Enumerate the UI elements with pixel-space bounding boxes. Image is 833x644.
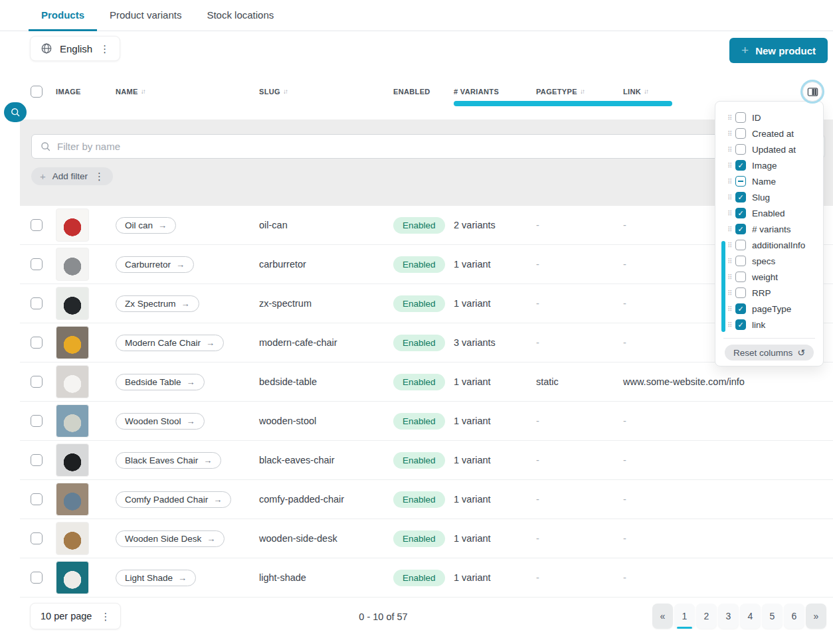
drag-handle-icon[interactable]: ⠿ (727, 242, 735, 249)
select-all-checkbox[interactable] (31, 86, 43, 98)
row-checkbox[interactable] (31, 376, 43, 388)
picker-checkbox[interactable] (735, 272, 746, 282)
sort-icon[interactable]: ↓↑ (644, 88, 648, 95)
drag-handle-icon[interactable]: ⠿ (727, 114, 735, 121)
tab[interactable]: Stock locations (194, 0, 286, 31)
product-name-link[interactable]: Zx Spectrum → (116, 295, 199, 312)
filter-menu-icon[interactable]: ⋮ (94, 171, 104, 181)
picker-item[interactable]: ⠿ RRP (715, 285, 823, 301)
picker-checkbox[interactable] (735, 224, 746, 234)
drag-handle-icon[interactable]: ⠿ (727, 146, 735, 153)
row-checkbox[interactable] (31, 415, 43, 427)
drag-handle-icon[interactable]: ⠿ (727, 162, 735, 169)
column-header[interactable]: IMAGE (56, 88, 116, 96)
product-name-link[interactable]: Carburretor → (116, 256, 194, 273)
add-filter-button[interactable]: + Add filter ⋮ (31, 167, 113, 185)
product-name-link[interactable]: Wooden Stool → (116, 413, 205, 430)
picker-checkbox[interactable] (735, 160, 746, 171)
row-checkbox[interactable] (31, 454, 43, 466)
page-button[interactable]: 4 (740, 604, 761, 629)
filter-by-name-input[interactable] (57, 141, 816, 152)
row-checkbox[interactable] (31, 258, 43, 270)
column-picker-button[interactable] (802, 82, 822, 102)
picker-checkbox[interactable] (735, 144, 746, 155)
tab[interactable]: Products (29, 0, 97, 31)
drag-handle-icon[interactable]: ⠿ (727, 130, 735, 137)
column-header[interactable]: LINK ↓↑ (623, 88, 833, 96)
variants-cell: 1 variant (454, 376, 536, 387)
picker-item[interactable]: ⠿ specs (715, 253, 823, 269)
product-name-link[interactable]: Light Shade → (116, 570, 196, 586)
page-button[interactable]: 5 (762, 604, 783, 629)
picker-checkbox[interactable] (735, 176, 746, 187)
product-name-link[interactable]: Oil can → (116, 217, 176, 234)
picker-item[interactable]: ⠿ Name (715, 173, 823, 189)
drag-handle-icon[interactable]: ⠿ (727, 194, 735, 201)
page-button[interactable]: 6 (784, 604, 804, 629)
picker-item[interactable]: ⠿ ID (715, 110, 823, 125)
column-header[interactable]: NAME ↓↑ (116, 88, 259, 96)
product-name-link[interactable]: Comfy Padded Chair → (116, 491, 231, 508)
product-name-link[interactable]: Wooden Side Desk → (116, 530, 225, 547)
picker-item[interactable]: ⠿ Created at (715, 125, 823, 141)
picker-checkbox[interactable] (735, 319, 746, 330)
row-checkbox[interactable] (31, 532, 43, 544)
sort-icon[interactable]: ↓↑ (580, 88, 584, 95)
language-menu-icon[interactable]: ⋮ (100, 44, 110, 54)
picker-checkbox[interactable] (735, 303, 746, 314)
picker-item[interactable]: ⠿ additionalInfo (715, 237, 823, 253)
product-name-link[interactable]: Black Eaves Chair → (116, 452, 221, 469)
tab[interactable]: Product variants (97, 0, 194, 31)
picker-checkbox[interactable] (735, 287, 746, 298)
row-checkbox[interactable] (31, 297, 43, 309)
picker-item[interactable]: ⠿ pageType (715, 301, 823, 317)
picker-checkbox[interactable] (735, 208, 746, 218)
row-checkbox[interactable] (31, 572, 43, 584)
column-header[interactable]: PAGETYPE ↓↑ (536, 88, 623, 96)
picker-item[interactable]: ⠿ Image (715, 157, 823, 173)
product-name-link[interactable]: Bedside Table → (116, 374, 205, 390)
link-value: www.some-website.com/info (623, 376, 745, 387)
column-header[interactable]: ENABLED (393, 88, 454, 96)
page-button[interactable]: 1 (674, 604, 695, 629)
picker-item[interactable]: ⠿ weight (715, 269, 823, 285)
sort-icon[interactable]: ↓↑ (141, 88, 145, 95)
picker-checkbox[interactable] (735, 256, 746, 266)
drag-handle-icon[interactable]: ⠿ (727, 289, 735, 297)
per-page-selector[interactable]: 10 per page ⋮ (30, 603, 121, 629)
search-toggle-button[interactable] (4, 102, 27, 122)
per-page-menu-icon[interactable]: ⋮ (100, 611, 110, 621)
row-checkbox[interactable] (31, 219, 43, 231)
drag-handle-icon[interactable]: ⠿ (727, 274, 735, 281)
drag-handle-icon[interactable]: ⠿ (727, 258, 735, 265)
picker-checkbox[interactable] (735, 112, 746, 123)
picker-item[interactable]: ⠿ link (715, 317, 823, 333)
language-selector[interactable]: English ⋮ (30, 36, 120, 61)
page-button[interactable]: « (652, 604, 673, 629)
page-button[interactable]: » (806, 604, 826, 629)
picker-checkbox[interactable] (735, 240, 746, 250)
picker-checkbox[interactable] (735, 192, 746, 202)
status-badge: Enabled (393, 452, 445, 469)
row-checkbox[interactable] (31, 493, 43, 505)
page-button[interactable]: 3 (718, 604, 739, 629)
sort-icon[interactable]: ↓↑ (283, 88, 287, 95)
drag-handle-icon[interactable]: ⠿ (727, 210, 735, 217)
drag-handle-icon[interactable]: ⠿ (727, 226, 735, 233)
picker-item[interactable]: ⠿ # variants (715, 221, 823, 237)
picker-item[interactable]: ⠿ Enabled (715, 205, 823, 221)
new-product-button[interactable]: + New product (729, 38, 828, 63)
reset-columns-button[interactable]: Reset columns ↺ (725, 345, 814, 361)
column-header[interactable]: SLUG ↓↑ (259, 88, 393, 96)
column-header[interactable]: # VARIANTS (454, 88, 536, 96)
drag-handle-icon[interactable]: ⠿ (727, 178, 735, 185)
picker-item[interactable]: ⠿ Updated at (715, 141, 823, 157)
page-button[interactable]: 2 (696, 604, 717, 629)
drag-handle-icon[interactable]: ⠿ (727, 321, 735, 329)
product-name-link[interactable]: Modern Cafe Chair → (116, 335, 224, 351)
drag-handle-icon[interactable]: ⠿ (727, 305, 735, 313)
picker-checkbox[interactable] (735, 128, 746, 139)
picker-item[interactable]: ⠿ Slug (715, 189, 823, 205)
row-checkbox[interactable] (31, 337, 43, 349)
column-header-label: LINK (623, 88, 641, 96)
